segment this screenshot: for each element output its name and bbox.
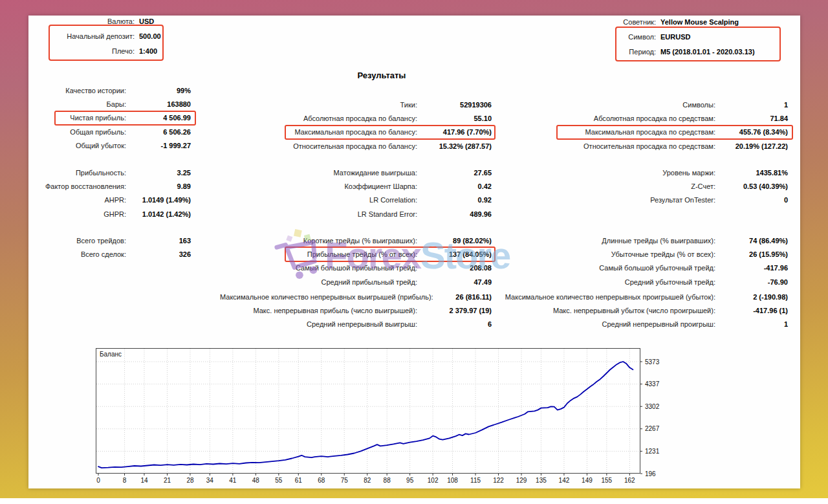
symbol-row: Символ: EURUSD (598, 29, 690, 44)
stat-row: Результат OnTester:0 (498, 193, 788, 207)
symbol-value: EURUSD (656, 33, 690, 41)
stat-value: 55.10 (417, 115, 492, 122)
stat-label: Максимальная просадка по балансу: (220, 128, 417, 136)
currency-label: Валюта: (52, 17, 135, 25)
initial-deposit-value: 500.00 (135, 32, 161, 40)
svg-text:155: 155 (602, 477, 613, 484)
stat-value: 26 (15.95%) (715, 250, 788, 258)
stat-row: Всего сделок:326 (39, 247, 191, 261)
stat-value: -76.90 (715, 278, 788, 286)
stat-label: Тики: (220, 101, 417, 109)
stat-value: 163880 (126, 100, 191, 108)
stat-label: Общая прибыль: (39, 128, 126, 136)
stat-group: Прибыльность:3.25Фактор восстановления:9… (39, 166, 191, 221)
stat-value: 99% (126, 87, 191, 94)
svg-text:3302: 3302 (645, 403, 660, 410)
frame-bottom-strip (0, 498, 828, 504)
period-value: M5 (2018.01.01 - 2020.03.13) (656, 48, 755, 56)
stat-value: 0.53 (40.39%) (715, 182, 788, 190)
stat-row-highlighted: Максимальная просадка по балансу:417.96 … (220, 126, 492, 139)
svg-text:142: 142 (559, 477, 570, 484)
stat-label: Прибыльные трейды (% от всех): (220, 250, 417, 258)
stat-label: Относительная просадка по средствам: (498, 142, 715, 150)
report-panel: Валюта: USD Начальный депозит: 500.00 Пл… (28, 16, 800, 488)
stat-value: 417.96 (7.70%) (417, 128, 492, 136)
svg-text:115: 115 (470, 477, 481, 484)
page-title: Результаты (28, 71, 735, 80)
stat-group: Качество истории:99%Бары:163880Чистая пр… (39, 83, 191, 153)
stat-label: Абсолютная просадка по балансу: (220, 115, 417, 122)
stat-row: LR Standard Error:489.96 (220, 207, 492, 221)
period-label: Период: (598, 48, 656, 56)
svg-text:196: 196 (645, 470, 656, 477)
stat-value: 4 506.99 (126, 114, 191, 122)
report-page: Валюта: USD Начальный депозит: 500.00 Пл… (0, 0, 828, 504)
svg-text:1231: 1231 (645, 448, 660, 455)
stat-label: Средний непрерывный выигрыш: (220, 320, 417, 328)
stat-label: Средний убыточный трейд: (498, 278, 715, 286)
svg-text:2267: 2267 (645, 425, 660, 432)
stat-value: 52919306 (417, 101, 492, 109)
stat-row-highlighted: Максимальная просадка по средствам:455.7… (498, 126, 788, 139)
stat-value: 89 (82.02%) (417, 237, 492, 245)
leverage-value: 1:400 (135, 47, 157, 55)
stat-value: 27.65 (417, 169, 492, 177)
initial-deposit-row: Начальный депозит: 500.00 (52, 28, 161, 43)
stat-group: Максимальное количество непрерывных прои… (498, 290, 788, 331)
stat-group: Тики:52919306Абсолютная просадка по бала… (220, 98, 492, 153)
period-row: Период: M5 (2018.01.01 - 2020.03.13) (598, 44, 755, 59)
currency-row: Валюта: USD (52, 14, 154, 28)
stat-value: 47.49 (417, 278, 492, 286)
stat-value: 2 379.97 (19) (417, 307, 492, 314)
stat-row: Прибыльность:3.25 (39, 166, 191, 179)
stat-label: Короткие трейды (% выигравших): (220, 237, 417, 245)
stat-group: Максимальное количество непрерывных выиг… (220, 290, 492, 331)
stat-row: Символы:1 (498, 98, 788, 111)
svg-text:28: 28 (186, 477, 194, 484)
stat-label: Фактор восстановления: (39, 182, 126, 190)
svg-text:55: 55 (275, 477, 283, 484)
stat-group: Символы:1Абсолютная просадка по средства… (498, 98, 788, 153)
stat-row: Средний прибыльный трейд:47.49 (220, 275, 492, 289)
expert-row: Советник: Yellow Mouse Scalping (598, 14, 739, 29)
stat-row: Общий убыток:-1 999.27 (39, 139, 191, 153)
stat-value: -417.96 (1) (715, 307, 788, 314)
svg-text:162: 162 (624, 477, 635, 484)
stat-label: Чистая прибыль: (39, 114, 126, 122)
stat-label: AHPR: (39, 196, 126, 204)
stat-label: LR Correlation: (220, 196, 417, 204)
svg-text:129: 129 (516, 477, 527, 484)
stat-value: 1435.81% (715, 169, 788, 177)
stat-value: 489.96 (417, 210, 492, 218)
expert-label: Советник: (598, 18, 656, 26)
stat-row: AHPR:1.0149 (1.49%) (39, 193, 191, 207)
stat-value: 20.19% (127.22) (715, 142, 788, 150)
stat-row: Максимальное количество непрерывных прои… (498, 290, 788, 303)
stat-value: 6 (417, 320, 492, 328)
stat-group: Уровень маржи:1435.81%Z-Счет:0.53 (40.39… (498, 166, 788, 207)
stat-row: LR Correlation:0.92 (220, 193, 492, 207)
symbol-label: Символ: (598, 33, 656, 41)
stat-row: Уровень маржи:1435.81% (498, 166, 788, 179)
balance-chart-canvas: 0814212834414855616875828895102108115122… (96, 348, 691, 494)
stat-label: Макс. непрерывный убыток (число проигрыш… (498, 307, 715, 314)
svg-text:149: 149 (582, 477, 593, 484)
stat-label: Результат OnTester: (498, 196, 715, 204)
chart-series-label: Баланс (100, 351, 122, 358)
stat-label: Самый большой убыточный трейд: (498, 264, 715, 272)
stat-row: Длинные трейды (% выигравших):74 (86.49%… (498, 234, 788, 247)
stat-value: 26 (816.11) (433, 293, 492, 301)
stat-row: Абсолютная просадка по средствам:71.84 (498, 111, 788, 125)
svg-text:95: 95 (406, 477, 414, 484)
stat-label: Бары: (39, 100, 126, 108)
stat-row: Матожидание выигрыша:27.65 (220, 166, 492, 179)
svg-text:5373: 5373 (645, 358, 660, 366)
stat-label: Максимальная просадка по средствам: (498, 128, 715, 136)
initial-deposit-label: Начальный депозит: (52, 32, 135, 40)
balance-chart: Баланс 081421283441485561687582889510210… (96, 348, 691, 494)
stat-row: Качество истории:99% (39, 83, 191, 97)
stat-label: GHPR: (39, 210, 126, 218)
stat-row: Короткие трейды (% выигравших):89 (82.02… (220, 234, 492, 247)
stat-row: Относительная просадка по средствам:20.1… (498, 139, 788, 153)
stat-value: 326 (126, 250, 191, 258)
